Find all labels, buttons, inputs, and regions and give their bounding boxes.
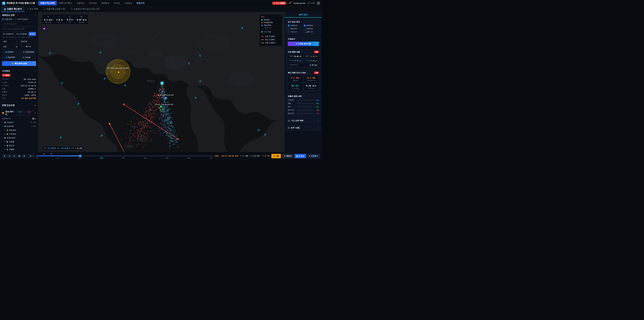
aquafarm-marker[interactable] (160, 106, 162, 108)
nav-item-aerial-search[interactable]: 항공탐색 (100, 1, 111, 5)
incident-active-badge[interactable]: 사고 진행중 (272, 2, 286, 5)
affected-resources-header[interactable]: 영향 민감자원▶ (2, 104, 36, 107)
layer-dot-icon (4, 126, 6, 127)
layer-item-socioeconomic[interactable]: ▶사회경제 (2, 132, 36, 136)
forecast-direction: NE 42°주 확산 방향 (288, 83, 303, 90)
run-prediction-button[interactable]: ⚡확산예측 실행 (2, 61, 36, 66)
step-back-button[interactable]: ◀ (7, 154, 12, 158)
nav-item-oil-spill-prediction[interactable]: 유출유 확산예측 (38, 1, 56, 5)
map-style-tool-button[interactable] (42, 27, 46, 31)
model-toggle-poseidon[interactable]: ✓POSEIDON (20, 50, 36, 54)
fast-forward-button[interactable]: ▶▶ (17, 154, 22, 158)
timeline-slider[interactable]: 0h6h12h18h24h36h48h60h72h (36, 153, 212, 159)
weathering-bar-shore: 해안부착3% (288, 112, 319, 115)
tab-model-theory[interactable]: ◎유출유확산모델 이론 (41, 6, 68, 12)
checkbox-wind-vector[interactable]: ✓풍향/풍속 (304, 25, 319, 27)
recalculate-button[interactable]: ↻재계산 (282, 154, 294, 158)
skip-end-button[interactable]: ▶| (22, 154, 26, 158)
radio-off-icon (14, 19, 16, 20)
caret-down-icon: ▼ (2, 137, 3, 139)
notification-bell-icon[interactable] (288, 2, 292, 5)
nav-item-weather[interactable]: 기상정보 (122, 1, 134, 5)
latitude-input[interactable] (2, 32, 14, 36)
map-legend: 범례 KOSPS POSEIDON OpenDrift (앙상블 모드) 사고 … (259, 14, 282, 46)
nav-item-board[interactable]: 게시판 (112, 1, 122, 5)
incident-info-header[interactable]: 사고정보▼ (2, 70, 36, 72)
report-button[interactable]: ▤보고서 (294, 154, 306, 158)
info-layers-section: 정보 레이어 전체 켜기 전체 끄기 ▼ 전체 레이어 어장정보17,129 ▼… (0, 109, 38, 152)
chevron-down-icon: ▼ (21, 46, 22, 48)
longitude-input[interactable] (16, 32, 28, 36)
checkbox-current-vector[interactable]: ✓유향/유속 (288, 25, 303, 27)
hamburger-menu-icon[interactable] (317, 2, 320, 4)
pick-on-map-button[interactable]: 지도 (29, 32, 36, 36)
caret-right-icon: ▶ (4, 141, 6, 142)
amount-input[interactable] (2, 45, 14, 49)
check-icon: ✓ (21, 57, 22, 58)
checkbox-datetime[interactable]: 날짜시간 (304, 31, 319, 33)
model-toggle-ensemble[interactable]: ✓앙상블 (20, 55, 36, 59)
oil-type-select[interactable]: 벙커C유▼ (20, 40, 36, 44)
layer-item-seasonal[interactable]: ▶계절별 (2, 140, 36, 144)
master-layer-toggle[interactable] (32, 118, 36, 120)
chevron-right-icon: ▶ (35, 105, 36, 106)
legend-model: KOSPS (261, 19, 280, 21)
timeline-event-marker[interactable] (43, 153, 45, 155)
prediction-input-header[interactable]: 예측정보 입력▼ (2, 14, 36, 17)
map-canvas[interactable]: 여수시 화양면 여자만 습지보호구역 (6h) 웅포 해수욕장 (1h) 독산 … (38, 12, 284, 152)
stat-spill-amount: 유출량10.00 kl (288, 54, 303, 58)
checkbox-sensitive-resources[interactable]: 민감자원 (304, 28, 319, 30)
list-icon: ≡ (27, 8, 28, 10)
tab-analysis-summary[interactable]: 분석 요약 (284, 12, 322, 18)
incident-list-select-input[interactable] (2, 27, 36, 31)
input-mode-radios: 직접 입력 이미지 업로드 (2, 18, 36, 21)
model-toggle-kosps[interactable]: ✓KOSPS (2, 50, 18, 54)
release-type-select[interactable]: 연속▼ (2, 40, 18, 44)
weathering-bar-evaporation: 증발22% (288, 102, 319, 105)
nav-item-hns[interactable]: HNS·대기확산 (57, 1, 74, 5)
info-layers-header[interactable]: 정보 레이어 전체 켜기 전체 끄기 ▼ (2, 110, 36, 116)
legend-model: OpenDrift (261, 24, 280, 26)
stop-prediction-button[interactable]: ■예측중지 (307, 154, 320, 158)
save-button[interactable]: ⬇저장 (271, 154, 281, 158)
all-layers-on-button[interactable]: 전체 켜기 (16, 111, 24, 116)
checkbox-shore-adhesion[interactable]: 해안부착 (288, 28, 303, 30)
play-button[interactable]: ▶ (12, 154, 16, 158)
timeline-event-marker[interactable] (50, 153, 52, 155)
layer-item-sensitivity-index[interactable]: ▼민감도평가 (2, 136, 36, 140)
checkbox-off-icon (304, 28, 306, 30)
model-toggle-opendrift[interactable]: ✓OpenDrift (2, 55, 18, 59)
playback-speed-select[interactable]: 1x▼ (28, 154, 34, 158)
checkbox-time-display[interactable]: 시간 표시 (288, 31, 303, 33)
layer-item-species[interactable]: ▶생물종 (2, 148, 36, 151)
radio-direct-input[interactable]: 직접 입력 (2, 18, 12, 21)
polygon-analysis-button[interactable]: ◇ 다각형 분석수행 (288, 42, 319, 46)
pollution-status-title: 오염 종합 상황 (288, 51, 300, 53)
pin-icon (30, 33, 31, 35)
app-title: 해양환경 위기대응 통합시스템 (6, 2, 35, 5)
vessel-spec-card[interactable]: ⚓ 사고 선박 제원 ▸ (286, 118, 321, 124)
building-icon: ▦ (288, 127, 290, 129)
user-name: Eunjeong Kim (294, 2, 306, 4)
nav-item-integrated-search[interactable]: 통합조회 (135, 1, 146, 5)
duration-select[interactable]: 48시간▼ (24, 45, 36, 49)
nav-item-reports[interactable]: 보고자료 (87, 1, 99, 5)
logout-button[interactable]: 로그아웃 (308, 2, 315, 4)
layer-item-coastline[interactable]: ▶해안선 (2, 144, 36, 148)
beach-marker[interactable] (165, 97, 167, 99)
layer-item-eco[interactable]: ▶환경생태 (2, 128, 36, 132)
skip-start-button[interactable]: |◀ (2, 154, 6, 158)
tab-spill-analysis[interactable]: ▦유출유 확산분석 (1, 6, 24, 12)
forecast-max-distance: 6.2 km최대 확산거리 (304, 75, 319, 82)
radio-image-upload[interactable]: 이미지 업로드 (14, 18, 28, 21)
block-rate-meta: 차단율 75% (262, 155, 270, 157)
nav-item-rescue[interactable]: 긴급구난 (75, 1, 86, 5)
layer-item-sensitive-resources[interactable]: ▼민감자원3,947 (2, 124, 36, 128)
tab-boom-algorithm-theory[interactable]: ⓘ오일펜스 배치 알고리즘 이론 (68, 6, 102, 12)
layer-item-fisheries[interactable]: 어장정보17,129 (2, 121, 36, 124)
owner-insurance-card[interactable]: ▦ 선주 / 보험 ▸ (286, 125, 321, 131)
tab-analysis-list[interactable]: ≡분석 목록 (24, 6, 41, 12)
incident-name-input[interactable] (2, 22, 36, 26)
all-layers-off-button[interactable]: 전체 끄기 (25, 111, 33, 116)
unit-select[interactable]: kl▼ (15, 45, 24, 49)
